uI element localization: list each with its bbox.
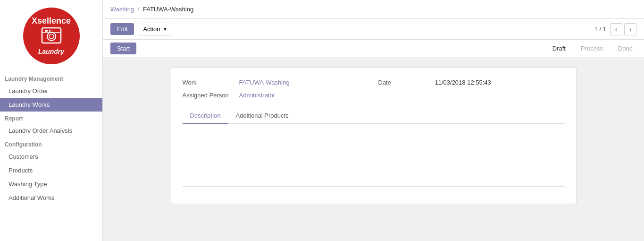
form-row-work: Work FATUWA-Washing Date 11/03/2018 12:5… xyxy=(183,79,565,86)
action-label: Action xyxy=(143,26,160,33)
form-row-assigned: Assigned Person Administrator xyxy=(183,92,565,99)
next-page-button[interactable]: › xyxy=(624,23,636,35)
tab-description[interactable]: Description xyxy=(183,108,228,124)
section-laundry-management: Laundry Management xyxy=(0,72,102,84)
sidebar-item-products[interactable]: Products xyxy=(0,164,102,177)
tab-content-description xyxy=(183,124,565,181)
form-divider xyxy=(183,186,565,187)
section-configuration: Configuration xyxy=(0,138,102,150)
svg-point-1 xyxy=(47,32,56,41)
action-dropdown-button[interactable]: Action ▼ xyxy=(138,23,172,35)
sidebar-logo: Xsellence Laundry xyxy=(0,0,102,72)
breadcrumb: Washing / FATUWA-Washing xyxy=(110,6,193,13)
sidebar-item-additional-works[interactable]: Additional Works xyxy=(0,191,102,205)
sidebar-item-laundry-order-analysis[interactable]: Laundry Order Analysis xyxy=(0,124,102,138)
status-step-draft: Draft xyxy=(549,44,569,53)
status-step-done: Done xyxy=(614,44,636,53)
sidebar: Xsellence Laundry Laundry Management Lau… xyxy=(0,0,103,241)
breadcrumb-current: FATUWA-Washing xyxy=(143,6,193,13)
sidebar-item-laundry-works[interactable]: Laundry Works xyxy=(0,98,102,112)
work-label: Work xyxy=(183,79,234,86)
form-group-assigned: Assigned Person Administrator xyxy=(183,92,369,99)
page-info: 1 / 1 xyxy=(594,26,606,33)
date-label: Date xyxy=(378,79,430,86)
logo-subtitle: Laundry xyxy=(38,48,64,55)
sidebar-item-customers[interactable]: Customers xyxy=(0,150,102,164)
logo-line1: Xsellence xyxy=(32,17,71,26)
sidebar-item-washing-type[interactable]: Washing Type xyxy=(0,177,102,191)
page-current: 1 xyxy=(594,26,598,33)
work-value: FATUWA-Washing xyxy=(239,79,290,86)
svg-rect-4 xyxy=(49,30,50,32)
breadcrumb-parent[interactable]: Washing xyxy=(110,6,134,13)
start-btn-wrap: Start xyxy=(110,43,136,54)
date-value: 11/03/2018 12:55:43 xyxy=(435,79,491,86)
svg-rect-3 xyxy=(45,30,48,32)
logo-icon xyxy=(41,27,62,47)
statusbar: Start Draft Process Done xyxy=(103,40,644,58)
tab-additional-products[interactable]: Additional Products xyxy=(228,108,296,124)
content-area: Work FATUWA-Washing Date 11/03/2018 12:5… xyxy=(103,58,644,241)
edit-button[interactable]: Edit xyxy=(110,23,134,35)
actionbar: Edit Action ▼ 1 / 1 ‹ › xyxy=(103,19,644,40)
svg-point-2 xyxy=(49,34,54,39)
assigned-person-label: Assigned Person xyxy=(183,92,234,99)
form-card: Work FATUWA-Washing Date 11/03/2018 12:5… xyxy=(171,67,577,204)
status-step-process: Process xyxy=(577,44,607,53)
sidebar-item-laundry-order[interactable]: Laundry Order xyxy=(0,84,102,98)
section-report: Report xyxy=(0,112,102,124)
form-group-work: Work FATUWA-Washing xyxy=(183,79,369,86)
logo-title: Xsellence xyxy=(32,17,71,26)
topbar: Washing / FATUWA-Washing xyxy=(103,0,644,19)
status-steps: Draft Process Done xyxy=(549,44,636,53)
breadcrumb-separator: / xyxy=(138,6,140,13)
pagination: 1 / 1 ‹ › xyxy=(594,23,636,35)
form-group-date: Date 11/03/2018 12:55:43 xyxy=(378,79,565,86)
prev-page-button[interactable]: ‹ xyxy=(610,23,622,35)
action-dropdown-arrow: ▼ xyxy=(163,27,167,32)
assigned-person-value: Administrator xyxy=(239,92,276,99)
page-total: 1 xyxy=(603,26,606,33)
logo-circle: Xsellence Laundry xyxy=(23,8,80,64)
main-content: Washing / FATUWA-Washing Edit Action ▼ 1… xyxy=(103,0,644,241)
page-separator: / xyxy=(600,26,603,33)
tabs: Description Additional Products xyxy=(183,108,565,124)
start-button[interactable]: Start xyxy=(110,43,136,54)
